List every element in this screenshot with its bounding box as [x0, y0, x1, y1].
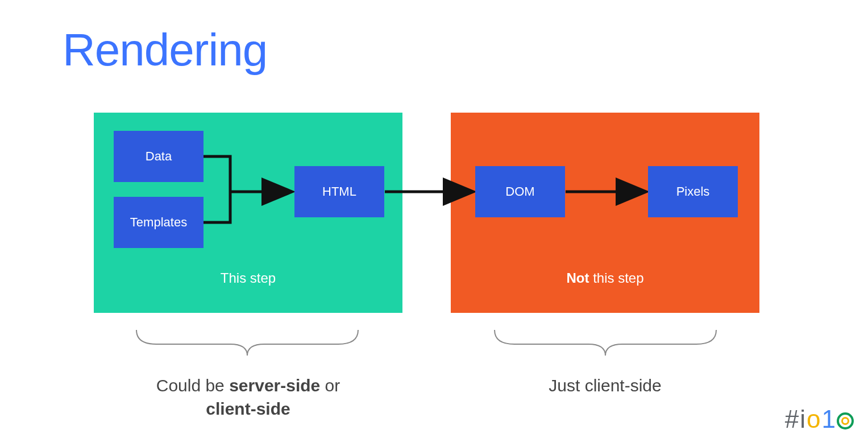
node-html: HTML: [294, 166, 384, 217]
node-data: Data: [114, 131, 203, 182]
brace-right: [492, 327, 719, 358]
io18-logo: #io1: [785, 405, 854, 433]
caption-this-step: This step: [94, 270, 402, 286]
node-templates: Templates: [114, 197, 203, 248]
subcaption-left: Could be server-side orclient-side: [94, 374, 402, 420]
node-dom: DOM: [475, 166, 565, 217]
caption-not-this-step: Not this step: [451, 270, 759, 286]
subcaption-right: Just client-side: [451, 374, 759, 398]
node-pixels: Pixels: [648, 166, 738, 217]
slide-title: Rendering: [63, 24, 267, 76]
brace-left: [134, 327, 361, 358]
